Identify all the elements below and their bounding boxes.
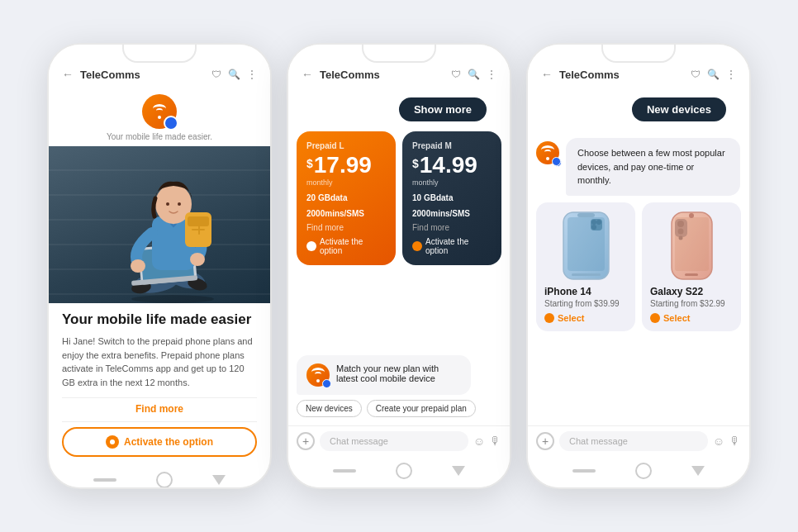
topbar-3-right: 🛡 🔍 ⋮ bbox=[691, 69, 736, 80]
svg-point-13 bbox=[190, 253, 205, 266]
svg-point-24 bbox=[596, 220, 601, 225]
topbar-right: 🛡 🔍 ⋮ bbox=[211, 69, 257, 80]
svg-point-10 bbox=[166, 202, 169, 206]
device-card-iphone14[interactable]: iPhone 14 Starting from $39.99 Select bbox=[536, 202, 635, 331]
quick-reply-prepaid[interactable]: Create your prepaid plan bbox=[367, 400, 476, 417]
logo-subtitle: Your mobile life made easier. bbox=[107, 132, 212, 141]
plans-row: Prepaid L $ 17.99 monthly 20 GBdata 2000… bbox=[288, 131, 510, 265]
iphone14-name: iPhone 14 bbox=[544, 286, 591, 297]
chat-wifi-dot-3 bbox=[546, 157, 549, 160]
search-icon-3[interactable]: 🔍 bbox=[707, 69, 720, 80]
chat-input-field-3[interactable]: Chat message bbox=[559, 431, 708, 451]
plan-card-l[interactable]: Prepaid L $ 17.99 monthly 20 GBdata 2000… bbox=[297, 131, 396, 265]
divider bbox=[62, 397, 257, 398]
phone1-logo: Your mobile life made easier. bbox=[49, 86, 270, 146]
plan-m-price: $ 14.99 bbox=[412, 154, 492, 177]
svg-rect-29 bbox=[685, 273, 698, 276]
show-more-chip[interactable]: Show more bbox=[399, 97, 487, 121]
orange-dot-icon bbox=[106, 435, 119, 449]
phone-2: ← TeleComms 🛡 🔍 ⋮ Show more Prepaid L $ bbox=[287, 43, 511, 489]
phone-1: ← TeleComms 🛡 🔍 ⋮ Your mobile life made … bbox=[47, 43, 272, 489]
plan-m-activate[interactable]: Activate the option bbox=[412, 237, 492, 255]
chat-logo-2 bbox=[306, 363, 330, 387]
nav-lines-icon bbox=[93, 478, 116, 482]
chat-wifi-dot bbox=[316, 379, 320, 382]
shield-icon-2: 🛡 bbox=[451, 69, 461, 80]
emoji-icon-3[interactable]: ☺ bbox=[713, 435, 724, 448]
svg-point-0 bbox=[131, 295, 214, 303]
chat-logo-3 bbox=[536, 141, 559, 164]
chat-add-icon[interactable]: + bbox=[297, 432, 315, 450]
plan-l-activate-label: Activate the option bbox=[320, 237, 386, 255]
hero-person-svg bbox=[107, 150, 239, 303]
topbar-3-left: ← TeleComms bbox=[541, 68, 620, 81]
plan-m-data: 10 GBdata bbox=[412, 193, 492, 202]
dots-icon[interactable]: ⋮ bbox=[247, 69, 257, 80]
telecomms-logo-icon bbox=[142, 94, 177, 129]
wifi-dot bbox=[158, 116, 161, 119]
activate-dot-l bbox=[306, 241, 316, 251]
plan-m-dollar: $ bbox=[412, 157, 419, 170]
new-devices-chip[interactable]: New devices bbox=[632, 97, 726, 121]
phone-1-bottom-bar bbox=[49, 465, 270, 489]
topbar-2-left: ← TeleComms bbox=[302, 68, 380, 81]
devices-grid: iPhone 14 Starting from $39.99 Select bbox=[536, 202, 741, 331]
wifi-rings-icon bbox=[150, 102, 169, 121]
devices-text-bubble: Choose between a few most popular device… bbox=[566, 138, 740, 196]
phone1-body: Hi Jane! Switch to the prepaid phone pla… bbox=[62, 335, 257, 389]
shield-icon-3: 🛡 bbox=[691, 69, 701, 80]
mic-icon[interactable]: 🎙 bbox=[490, 435, 501, 448]
back-arrow-2[interactable]: ← bbox=[302, 68, 313, 81]
svg-point-11 bbox=[178, 202, 181, 206]
plan-l-dollar: $ bbox=[306, 157, 313, 170]
galaxy22-name: Galaxy S22 bbox=[650, 286, 703, 297]
mic-icon-3[interactable]: 🎙 bbox=[729, 435, 741, 448]
phone2-content: Show more Prepaid L $ 17.99 monthly 20 G… bbox=[288, 86, 510, 456]
plan-l-label: Prepaid L bbox=[306, 141, 386, 150]
quick-replies: New devices Create your prepaid plan bbox=[297, 400, 501, 417]
back-arrow[interactable]: ← bbox=[62, 68, 74, 81]
search-icon[interactable]: 🔍 bbox=[228, 69, 240, 80]
nav-lines-icon-2 bbox=[333, 469, 356, 473]
plan-m-activate-label: Activate the option bbox=[425, 237, 492, 255]
chat-input-field-2[interactable]: Chat message bbox=[320, 431, 468, 451]
find-more-link[interactable]: Find more bbox=[62, 403, 257, 415]
shield-icon: 🛡 bbox=[211, 69, 221, 80]
chat-blue-badge bbox=[553, 159, 562, 167]
chat-input-icons: ☺ 🎙 bbox=[473, 435, 501, 448]
plan-m-mins: 2000mins/SMS bbox=[412, 209, 492, 218]
search-icon-2[interactable]: 🔍 bbox=[468, 69, 480, 80]
phones-container: ← TeleComms 🛡 🔍 ⋮ Your mobile life made … bbox=[22, 26, 776, 506]
nav-back-icon-2 bbox=[452, 466, 465, 476]
plan-l-activate[interactable]: Activate the option bbox=[306, 237, 386, 255]
activate-label: Activate the option bbox=[124, 436, 213, 448]
plan-l-price: $ 17.99 bbox=[306, 154, 386, 177]
svg-point-12 bbox=[131, 259, 145, 273]
svg-point-32 bbox=[677, 228, 683, 234]
select-dot-1 bbox=[544, 313, 554, 323]
phone1-text-area: Your mobile life made easier Hi Jane! Sw… bbox=[49, 303, 270, 465]
plan-l-find[interactable]: Find more bbox=[306, 223, 386, 232]
plan-card-m[interactable]: Prepaid M $ 14.99 monthly 10 GBdata 2000… bbox=[402, 131, 501, 265]
app-name: TeleComms bbox=[80, 69, 140, 81]
chat-add-icon-3[interactable]: + bbox=[536, 432, 554, 450]
plan-m-find[interactable]: Find more bbox=[412, 223, 492, 232]
app-name-3: TeleComms bbox=[559, 69, 620, 81]
galaxy22-select-button[interactable]: Select bbox=[650, 313, 690, 323]
dots-icon-3[interactable]: ⋮ bbox=[726, 69, 736, 80]
nav-back-icon bbox=[212, 475, 226, 485]
back-arrow-3[interactable]: ← bbox=[541, 68, 553, 81]
device-card-galaxy22[interactable]: Galaxy S22 Starting from $32.99 Select bbox=[642, 202, 741, 331]
emoji-icon[interactable]: ☺ bbox=[473, 435, 485, 448]
iphone14-image bbox=[557, 211, 615, 281]
plan-l-monthly: monthly bbox=[306, 178, 386, 187]
iphone14-select-button[interactable]: Select bbox=[544, 313, 584, 323]
phone3-chat-input-bar: + Chat message ☺ 🎙 bbox=[528, 425, 749, 456]
plan-m-amount: 14.99 bbox=[420, 154, 477, 177]
activate-option-button[interactable]: Activate the option bbox=[62, 427, 257, 457]
plan-l-data: 20 GBdata bbox=[306, 193, 386, 202]
phone1-heading: Your mobile life made easier bbox=[62, 311, 257, 328]
dots-icon-2[interactable]: ⋮ bbox=[487, 69, 496, 80]
nav-home-icon-2 bbox=[396, 463, 412, 479]
quick-reply-new-devices[interactable]: New devices bbox=[297, 400, 362, 417]
